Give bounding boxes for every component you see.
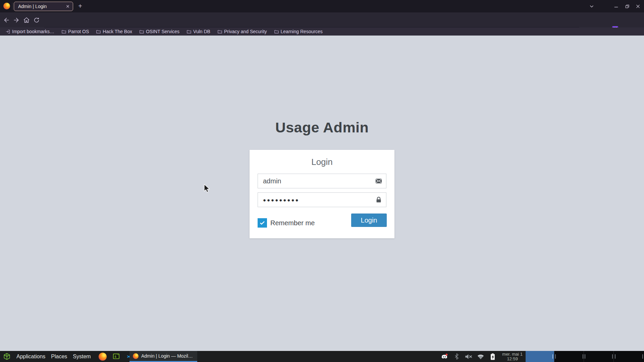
username-input[interactable] [258, 174, 386, 188]
tab-bar-divider [12, 3, 12, 10]
volume-muted-icon[interactable] [465, 353, 473, 361]
window-restore-button[interactable] [623, 2, 632, 11]
window-close-button[interactable] [634, 2, 642, 11]
back-icon[interactable] [2, 16, 11, 24]
window-minimize-button[interactable] [612, 2, 621, 11]
firefox-icon [133, 353, 139, 359]
bookmark-label: Import bookmarks… [12, 29, 54, 34]
bookmark-label: Hack The Box [103, 29, 132, 34]
login-button[interactable]: Login [351, 214, 387, 227]
menu-applications[interactable]: Applications [16, 354, 45, 360]
bookmark-folder-vuln-db[interactable]: Vuln DB [186, 29, 210, 34]
clock-date: mer. mai 1 [502, 352, 523, 357]
forward-icon[interactable] [12, 16, 21, 24]
bookmark-label: Privacy and Security [224, 29, 267, 34]
workspace-2[interactable] [554, 351, 584, 362]
bluetooth-icon[interactable] [452, 353, 461, 361]
bookmark-label: Learning Resources [281, 29, 323, 34]
desktop-screen: Admin | Login + [0, 0, 644, 362]
page-title: Usage Admin [0, 119, 644, 136]
workspace-1[interactable] [526, 351, 554, 362]
svg-text:$: $ [114, 355, 116, 359]
browser-tab[interactable]: Admin | Login [14, 2, 73, 11]
remember-me-checkbox[interactable] [258, 218, 267, 228]
taskbar-clock[interactable]: mer. mai 1 12:59 [501, 352, 523, 361]
parrot-menu-icon[interactable] [3, 353, 11, 361]
mouse-cursor [204, 184, 211, 193]
folder-icon [217, 29, 222, 34]
tab-close-icon[interactable] [65, 4, 70, 9]
reload-icon[interactable] [32, 16, 41, 24]
new-tab-button[interactable]: + [76, 3, 84, 10]
browser-tab-bar: Admin | Login + [0, 0, 644, 12]
folder-icon [139, 29, 144, 34]
terminal-launcher-icon[interactable]: $ [112, 353, 120, 361]
envelope-icon [375, 177, 382, 185]
folder-icon [186, 29, 192, 34]
lock-icon [375, 196, 382, 203]
remember-me-label[interactable]: Remember me [270, 219, 315, 227]
discord-icon[interactable] [440, 353, 448, 361]
username-field-wrap [258, 174, 386, 188]
folder-icon [61, 29, 66, 34]
login-heading: Login [250, 157, 394, 167]
window-button-label: Admin | Login — Mozil… [141, 353, 193, 359]
power-battery-icon[interactable] [489, 353, 497, 361]
firefox-launcher-icon[interactable] [99, 353, 107, 361]
bookmark-folder-parrot-os[interactable]: Parrot OS [61, 29, 89, 34]
workspace-3[interactable] [584, 351, 614, 362]
workspace-switcher [526, 351, 644, 362]
tab-title: Admin | Login [18, 4, 65, 9]
password-field-wrap [258, 192, 386, 207]
bookmark-label: Parrot OS [68, 29, 89, 34]
folder-icon [274, 29, 279, 34]
bookmark-import[interactable]: Import bookmarks… [5, 29, 54, 34]
bookmark-folder-privacy-and-security[interactable]: Privacy and Security [217, 29, 267, 34]
folder-icon [96, 29, 101, 34]
page-viewport: Usage Admin Login [0, 36, 644, 351]
clock-time: 12:59 [507, 356, 518, 361]
bookmark-folder-hack-the-box[interactable]: Hack The Box [96, 29, 132, 34]
workspace-4[interactable] [614, 351, 644, 362]
menu-places[interactable]: Places [51, 354, 67, 360]
login-card: Login [250, 150, 394, 238]
taskbar-window-button[interactable]: Admin | Login — Mozil… [129, 351, 197, 362]
bookmark-label: Vuln DB [193, 29, 210, 34]
browser-nav-bar: http://admin.usage.htb/ 10 [0, 12, 644, 27]
taskbar: Applications Places System $ Admin | Log… [0, 351, 644, 362]
system-tray: mer. mai 1 12:59 [440, 351, 523, 362]
password-input[interactable] [258, 192, 386, 207]
list-tabs-chevron-icon[interactable] [587, 2, 596, 11]
bookmark-folder-osint-services[interactable]: OSINT Services [139, 29, 179, 34]
bookmark-label: OSINT Services [146, 29, 179, 34]
firefox-icon [3, 3, 10, 9]
wifi-icon[interactable] [477, 353, 485, 361]
home-icon[interactable] [22, 16, 31, 24]
bookmark-folder-learning-resources[interactable]: Learning Resources [274, 29, 323, 34]
taskbar-menus: Applications Places System $ [3, 351, 134, 362]
menu-system[interactable]: System [73, 354, 91, 360]
import-icon [5, 29, 10, 34]
bookmarks-bar: Import bookmarks… Parrot OS Hack The Box… [0, 27, 644, 36]
